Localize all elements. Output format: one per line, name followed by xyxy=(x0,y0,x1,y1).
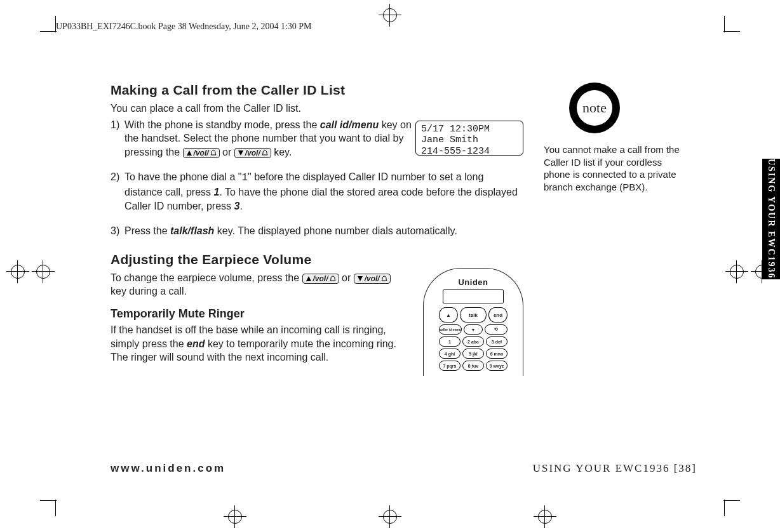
vol-down-icon: /vol/ xyxy=(234,148,271,158)
step-1-text-c: key. xyxy=(274,147,292,157)
handset-key-6: 6 mno xyxy=(486,349,508,359)
heading-adjust-volume: Adjusting the Earpiece Volume xyxy=(111,252,523,267)
note-sidebar: note You cannot make a call from the Cal… xyxy=(544,83,683,193)
vol-down-icon: /vol/ xyxy=(354,274,391,284)
handset-key-9: 9 wxyz xyxy=(486,361,508,371)
handset-vol-down: ▼ xyxy=(464,324,483,335)
sec2-text-b: key during a call. xyxy=(111,286,187,296)
lcd-line-3: 214-555-1234 xyxy=(421,146,518,157)
vol-up-icon: /vol/ xyxy=(302,274,339,284)
intro-text: You can place a call from the Caller ID … xyxy=(111,102,523,116)
handset-vol-up: ▲ xyxy=(439,307,458,323)
side-tab-label: USING YOUR EWC1936 xyxy=(766,159,776,279)
svg-marker-1 xyxy=(238,150,243,156)
registration-target xyxy=(379,4,401,27)
step-3-text-b: key. The displayed phone number dials au… xyxy=(214,225,457,236)
step-2-number: 2) xyxy=(111,170,124,213)
handset-key-5: 5 jkl xyxy=(462,349,484,359)
handset-illustration: Uniden ▲ talk end caller id menu ▼ ⟲ 1 2… xyxy=(423,268,523,376)
sec2-or: or xyxy=(342,272,354,283)
section-side-tab: USING YOUR EWC1936 xyxy=(762,159,780,279)
step-2-text-d: . xyxy=(239,201,242,211)
handset-talk-button: talk xyxy=(460,307,487,323)
print-header: UP033BH_EXI7246C.book Page 38 Wednesday,… xyxy=(56,22,312,32)
note-badge: note xyxy=(569,83,620,133)
key-talk-flash: talk/flash xyxy=(170,225,214,236)
step-1-or: or xyxy=(222,147,234,157)
handset-screen xyxy=(443,289,504,303)
step-1-text-a: With the phone is standby mode, press th… xyxy=(124,119,320,130)
svg-marker-0 xyxy=(187,150,192,156)
literal-1: 1 xyxy=(241,172,248,183)
handset-key-3: 3 def xyxy=(486,336,508,347)
handset-key-4: 4 ghi xyxy=(439,349,461,359)
registration-target xyxy=(725,260,748,283)
sec2-text-a: To change the earpiece volume, press the xyxy=(111,272,302,283)
step-2-text-a: To have the phone dial a " xyxy=(124,171,241,182)
key-end: end xyxy=(187,338,205,349)
vol-up-icon: /vol/ xyxy=(183,148,220,158)
heading-making-call: Making a Call from the Caller ID List xyxy=(111,83,523,98)
footer-url: www.uniden.com xyxy=(111,462,225,475)
handset-key-1: 1 xyxy=(439,336,461,347)
svg-marker-2 xyxy=(306,276,311,281)
step-3-number: 3) xyxy=(111,224,124,238)
handset-key-2: 2 abc xyxy=(462,336,484,347)
key-callid-menu: call id/menu xyxy=(320,119,379,130)
registration-target xyxy=(534,505,556,528)
handset-brand: Uniden xyxy=(438,277,509,287)
registration-target xyxy=(379,505,401,528)
footer-page-label: USING YOUR EWC1936 [38] xyxy=(533,462,697,475)
handset-callerid-button: caller id menu xyxy=(439,324,462,335)
handset-end-button: end xyxy=(488,307,508,323)
page-body: Making a Call from the Caller ID List Yo… xyxy=(61,44,719,488)
handset-key-7: 7 pqrs xyxy=(439,361,461,371)
note-badge-label: note xyxy=(577,90,612,126)
note-text: You cannot make a call from the Caller I… xyxy=(544,143,683,193)
lcd-line-1: 5/17 12:30PM xyxy=(421,124,518,135)
main-content: Making a Call from the Caller ID List Yo… xyxy=(111,83,523,364)
step-1-number: 1) xyxy=(111,118,124,159)
caller-id-display: 5/17 12:30PM Jane Smith 214-555-1234 xyxy=(415,121,523,156)
step-3-text-a: Press the xyxy=(124,225,170,236)
lcd-line-2: Jane Smith xyxy=(421,135,518,145)
registration-target xyxy=(6,260,29,283)
registration-target xyxy=(224,505,246,528)
registration-target xyxy=(32,260,55,283)
svg-marker-3 xyxy=(358,276,363,281)
handset-redial-button: ⟲ xyxy=(485,324,508,335)
handset-key-8: 8 tuv xyxy=(462,361,484,371)
